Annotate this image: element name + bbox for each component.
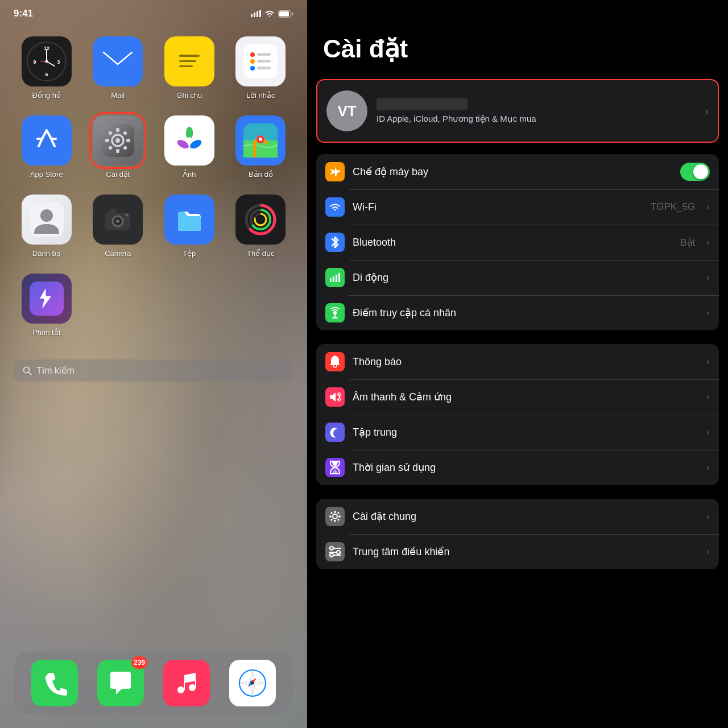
screentime-label: Thời gian sử dụng [353,461,698,474]
svg-point-52 [259,138,262,141]
profile-name [377,98,468,110]
cellular-row[interactable]: Di động › [316,260,719,295]
app-clock[interactable]: 12 3 6 9 Đồng hồ [14,36,80,100]
camera-app-icon [93,195,143,245]
signal-icon [251,10,261,17]
focus-row[interactable]: Tập trung › [316,415,719,450]
svg-rect-96 [330,519,333,521]
svg-rect-94 [330,512,333,514]
focus-icon [325,423,345,442]
photos-label: Ảnh [183,170,196,179]
app-fitness[interactable]: Thể dục [228,195,294,258]
hotspot-row[interactable]: Điểm truy cập cá nhân › [316,295,719,330]
notifications-row[interactable]: Thông báo › [316,344,719,379]
svg-point-60 [116,220,120,224]
profile-row[interactable]: VT ID Apple, iCloud, Phương tiện & Mục m… [316,79,719,143]
sound-row[interactable]: Âm thanh & Cảm ứng › [316,379,719,415]
notes-app-icon [164,36,214,86]
music-icon [174,671,199,696]
bell-svg [329,355,341,368]
airplane-row[interactable]: Chế độ máy bay [316,154,719,189]
airplane-svg [329,166,341,177]
contacts-app-icon [22,195,72,245]
search-bar[interactable]: Tìm kiếm [14,359,293,382]
profile-sub: ID Apple, iCloud, Phương tiện & Mục mua [377,114,696,124]
dock-music[interactable] [163,660,210,706]
svg-text:9: 9 [33,59,36,65]
status-time: 9:41 [14,8,33,19]
svg-text:3: 3 [57,59,60,65]
screentime-row[interactable]: Thời gian sử dụng › [316,450,719,485]
svg-rect-2 [257,11,258,17]
battery-icon [278,10,293,18]
svg-rect-97 [337,519,340,521]
dock-phone[interactable] [31,660,78,706]
app-maps[interactable]: Bản đồ [228,115,294,179]
wifi-chevron: › [706,201,710,213]
airplane-toggle[interactable] [680,163,710,181]
cellular-chevron: › [706,272,710,283]
general-section: Cài đặt chung › Trung tâm điều khiển [316,499,719,569]
bluetooth-chevron: › [706,237,710,248]
svg-rect-0 [251,14,253,17]
svg-rect-83 [333,276,334,282]
controlcenter-row[interactable]: Trung tâm điều khiển › [316,534,719,569]
general-chevron: › [706,511,710,522]
notifications-chevron: › [706,356,710,367]
controlcenter-chevron: › [706,546,710,557]
app-settings[interactable]: Cài đặt [85,115,151,179]
controlcenter-icon [325,542,345,561]
svg-rect-85 [338,273,340,282]
svg-rect-95 [337,512,340,514]
svg-point-15 [45,60,48,63]
sound-chevron: › [706,391,710,403]
screentime-icon [325,458,345,477]
svg-rect-19 [179,60,196,62]
sound-label: Âm thanh & Cảm ứng [353,391,698,403]
focus-label: Tập trung [353,426,698,439]
bluetooth-svg [330,236,340,249]
app-contacts[interactable]: Danh bạ [14,195,80,258]
svg-point-31 [115,138,120,143]
svg-rect-3 [259,10,261,17]
svg-rect-32 [116,128,119,132]
app-photos[interactable]: Ảnh [156,115,222,179]
bluetooth-icon [325,233,345,252]
svg-rect-6 [292,13,293,15]
svg-rect-1 [254,13,255,17]
general-icon [325,507,345,526]
reminders-label: Lời nhắc [246,91,275,100]
screentime-chevron: › [706,462,710,473]
maps-app-icon [235,115,286,166]
svg-rect-16 [102,50,133,73]
bluetooth-row[interactable]: Bluetooth Bật › [316,225,719,260]
settings-title: Cài đặt [307,0,728,75]
svg-point-73 [177,686,184,693]
hourglass-svg [329,461,341,474]
app-mail[interactable]: Mail [85,36,151,100]
svg-rect-20 [179,65,193,67]
appstore-label: App Store [30,170,63,179]
svg-rect-27 [257,67,271,69]
app-appstore[interactable]: App Store [14,115,80,179]
profile-avatar: VT [326,90,367,131]
controlcenter-label: Trung tâm điều khiển [353,545,698,558]
app-reminders[interactable]: Lời nhắc [228,36,294,100]
wifi-row[interactable]: Wi-Fi TGPK_5G › [316,189,719,225]
general-row[interactable]: Cài đặt chung › [316,499,719,534]
svg-rect-35 [126,139,130,142]
cellular-svg [329,272,341,283]
app-camera[interactable]: Camera [85,195,151,258]
svg-rect-57 [109,209,117,214]
dock-safari[interactable] [229,660,276,706]
app-files[interactable]: Tệp [156,195,222,258]
app-notes[interactable]: Ghi chú [156,36,222,100]
gear-svg [329,510,341,523]
svg-rect-25 [257,60,271,63]
bluetooth-value: Bật [680,237,695,249]
network-section: Chế độ máy bay Wi-Fi TGPK_5G › [316,154,719,330]
shortcuts-label: Phím tắt [32,328,60,337]
phone-icon [42,671,67,696]
app-shortcuts[interactable]: Phím tắt [14,274,80,337]
dock-messages[interactable]: 239 [97,660,144,706]
